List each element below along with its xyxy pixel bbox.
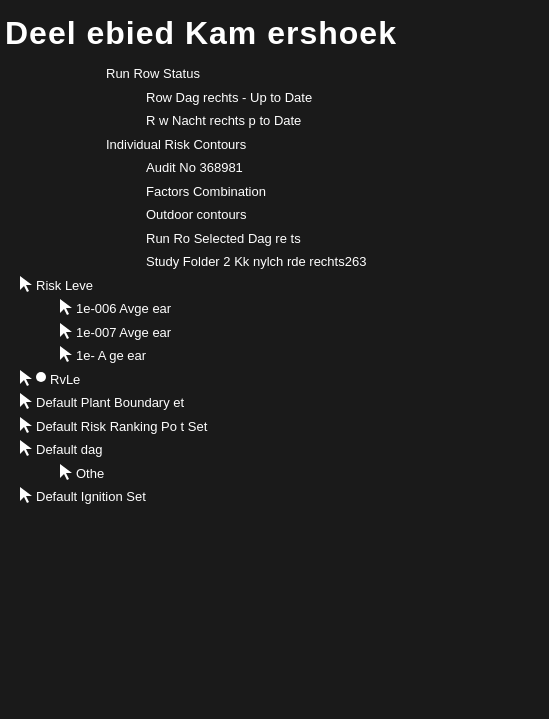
- list-item-default-ignition-set[interactable]: Default Ignition Set: [10, 485, 549, 509]
- tree-item-label: Default Plant Boundary et: [36, 393, 184, 413]
- list-item-default-plant-boundary[interactable]: Default Plant Boundary et: [10, 391, 549, 415]
- svg-marker-1: [60, 299, 72, 315]
- cursor-icon: [60, 299, 76, 317]
- list-item-othe[interactable]: Othe: [10, 462, 549, 486]
- cursor-icon: [60, 323, 76, 341]
- list-item-rvle[interactable]: RvLe: [10, 368, 549, 392]
- list-item-risk-1e-007[interactable]: 1e-007 Avge ear: [10, 321, 549, 345]
- list-item-default-risk-ranking[interactable]: Default Risk Ranking Po t Set: [10, 415, 549, 439]
- list-item-risk-leve[interactable]: Risk Leve: [10, 274, 549, 298]
- tree-item-label: Study Folder 2 Kk nylch rde rechts263: [146, 252, 366, 272]
- svg-marker-0: [20, 276, 32, 292]
- tree-item-label: R w Nacht rechts p to Date: [146, 111, 301, 131]
- tree-item-label: Run Row Status: [106, 64, 200, 84]
- svg-marker-6: [20, 417, 32, 433]
- cursor-icon: [20, 417, 36, 435]
- svg-marker-8: [60, 464, 72, 480]
- list-item-run-row-status: Run Row Status: [10, 62, 549, 86]
- cursor-icon: [20, 487, 36, 505]
- svg-marker-5: [20, 393, 32, 409]
- main-title: Deel ebied Kam ershoek: [0, 10, 549, 62]
- tree-container: Run Row StatusRow Dag rechts - Up to Dat…: [0, 62, 549, 509]
- tree-item-label: Outdoor contours: [146, 205, 246, 225]
- tree-item-label: Factors Combination: [146, 182, 266, 202]
- svg-marker-2: [60, 323, 72, 339]
- tree-item-label: 1e-006 Avge ear: [76, 299, 171, 319]
- cursor-icon: [60, 346, 76, 364]
- list-item-outdoor-contours: Outdoor contours: [10, 203, 549, 227]
- list-item-risk-1e-006[interactable]: 1e-006 Avge ear: [10, 297, 549, 321]
- tree-item-label: Default dag: [36, 440, 103, 460]
- list-item-default-dag[interactable]: Default dag: [10, 438, 549, 462]
- cursor-icon: [20, 276, 36, 294]
- tree-item-label: Risk Leve: [36, 276, 93, 296]
- tree-item-label: Audit No 368981: [146, 158, 243, 178]
- tree-item-label: 1e- A ge ear: [76, 346, 146, 366]
- cursor-icon: [20, 440, 36, 458]
- tree-item-label: Default Risk Ranking Po t Set: [36, 417, 207, 437]
- tree-item-label: Row Dag rechts - Up to Date: [146, 88, 312, 108]
- tree-item-label: RvLe: [50, 370, 80, 390]
- tree-item-label: 1e-007 Avge ear: [76, 323, 171, 343]
- list-item-risk-1e[interactable]: 1e- A ge ear: [10, 344, 549, 368]
- cursor-icon: [60, 464, 76, 482]
- list-item-factors-combination: Factors Combination: [10, 180, 549, 204]
- cursor-icon: [20, 393, 36, 411]
- list-item-study-folder: Study Folder 2 Kk nylch rde rechts263: [10, 250, 549, 274]
- svg-marker-9: [20, 487, 32, 503]
- tree-item-label: Default Ignition Set: [36, 487, 146, 507]
- tree-item-label: Run Ro Selected Dag re ts: [146, 229, 301, 249]
- list-item-run-ro-selected: Run Ro Selected Dag re ts: [10, 227, 549, 251]
- list-item-audit-no: Audit No 368981: [10, 156, 549, 180]
- list-item-row-dag-rechts: Row Dag rechts - Up to Date: [10, 86, 549, 110]
- tree-item-label: Othe: [76, 464, 104, 484]
- bullet-icon: [36, 372, 46, 382]
- page-container: Deel ebied Kam ershoek Run Row StatusRow…: [0, 0, 549, 719]
- list-item-individual-risk-contours: Individual Risk Contours: [10, 133, 549, 157]
- list-item-row-nacht-rechts: R w Nacht rechts p to Date: [10, 109, 549, 133]
- cursor-icon: [20, 370, 36, 388]
- svg-marker-3: [60, 346, 72, 362]
- svg-marker-4: [20, 370, 32, 386]
- tree-item-label: Individual Risk Contours: [106, 135, 246, 155]
- svg-marker-7: [20, 440, 32, 456]
